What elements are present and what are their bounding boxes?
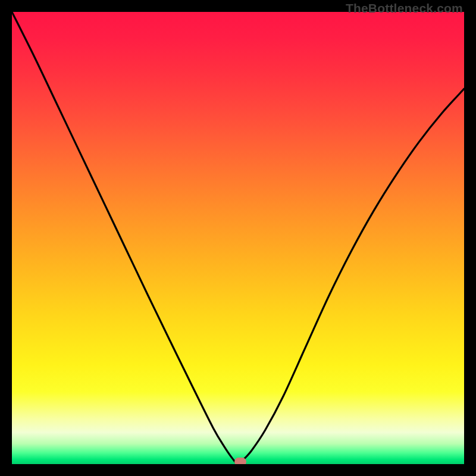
- outer-frame: TheBottleneck.com: [0, 0, 476, 476]
- bottleneck-curve: [12, 12, 464, 464]
- watermark-text: TheBottleneck.com: [346, 1, 463, 15]
- plot-area: [12, 12, 464, 464]
- optimum-marker: [234, 458, 246, 464]
